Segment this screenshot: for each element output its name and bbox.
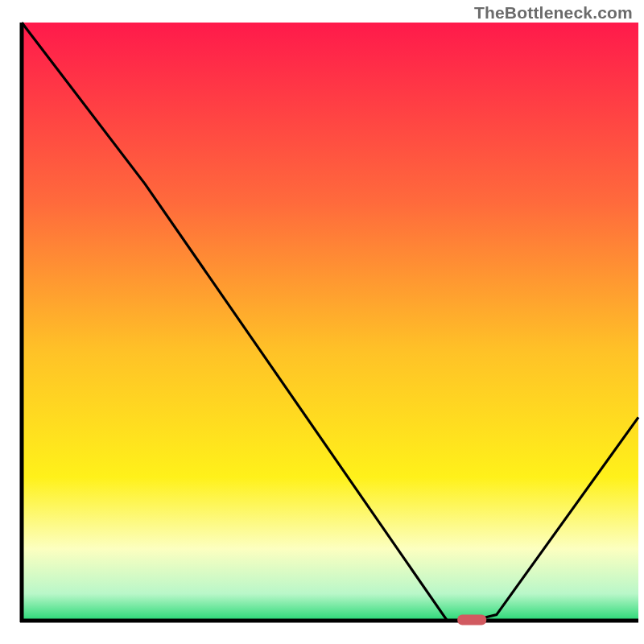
- optimum-marker: [457, 615, 486, 625]
- attribution-label: TheBottleneck.com: [474, 3, 633, 23]
- bottleneck-chart: [0, 0, 644, 644]
- chart-container: TheBottleneck.com: [0, 0, 644, 644]
- plot-background: [22, 23, 638, 621]
